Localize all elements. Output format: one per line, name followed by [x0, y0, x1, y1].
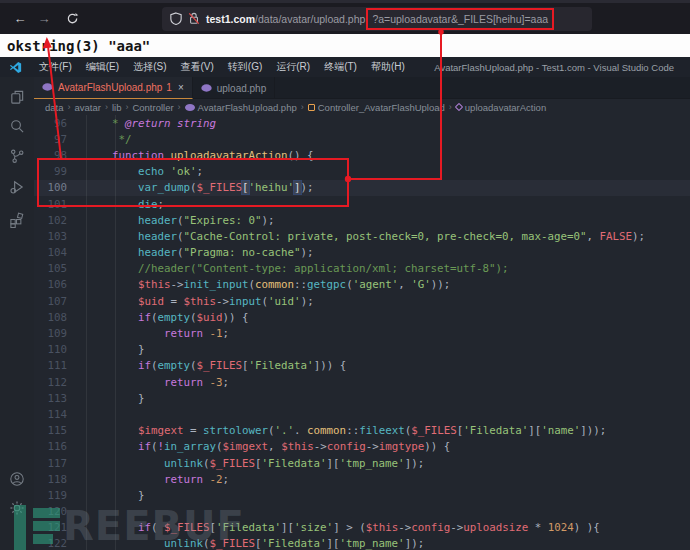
breadcrumb-item[interactable]: Controller_AvatarFlashUpload	[308, 102, 445, 113]
code-line[interactable]: 117 unlink($_FILES['Filedata']['tmp_name…	[34, 455, 690, 471]
activity-bar	[0, 77, 34, 550]
shield-icon[interactable]	[170, 12, 182, 25]
code-line[interactable]: 104 header("Pragma: no-cache");	[34, 245, 690, 261]
line-number: 98	[34, 149, 67, 162]
url-path: /data/avatar/upload.php	[255, 13, 365, 25]
browser-reload-button[interactable]	[60, 12, 84, 25]
line-number: 108	[34, 311, 67, 324]
menu-item[interactable]: 文件(F)	[32, 60, 79, 74]
code-line[interactable]: 118 return -2;	[34, 471, 690, 487]
code-line[interactable]: 98 function uploadavatarAction() {	[34, 147, 690, 163]
code-line[interactable]: 116 if(!in_array($imgext, $this->config-…	[34, 439, 690, 455]
line-number: 115	[34, 424, 67, 437]
menu-item[interactable]: 转到(G)	[221, 60, 269, 74]
code-line[interactable]: 108 if(empty($uid)) {	[34, 309, 690, 325]
code-text: header("Expires: 0");	[86, 214, 275, 227]
breadcrumb-item[interactable]: avatar	[75, 102, 101, 113]
run-debug-icon[interactable]	[8, 178, 26, 196]
code-line[interactable]: 112 return -3;	[34, 374, 690, 390]
code-text: if( $_FILES['Filedata']['size'] > ($this…	[86, 521, 600, 534]
browser-back-button[interactable]: ←	[8, 11, 32, 26]
line-number: 100	[34, 181, 67, 194]
editor-tab-bar: AvatarFlashUpload.php 1 × upload.php	[34, 77, 690, 99]
breadcrumb-label: Controller_AvatarFlashUpload	[318, 102, 445, 113]
code-text: if(!in_array($imgext, $this->config->img…	[86, 440, 450, 453]
breadcrumb-separator: ›	[178, 102, 181, 112]
code-text: $this->init_input(common::getgpc('agent'…	[86, 278, 450, 291]
code-line[interactable]: 102 header("Expires: 0");	[34, 212, 690, 228]
code-line[interactable]: 111 if(empty($_FILES['Filedata'])) {	[34, 358, 690, 374]
breadcrumb-label: lib	[112, 102, 122, 113]
line-number: 106	[34, 278, 67, 291]
tab-close-icon[interactable]: ×	[178, 82, 184, 93]
extensions-icon[interactable]	[8, 211, 26, 229]
menu-item[interactable]: 编辑(E)	[79, 60, 126, 74]
account-icon[interactable]	[8, 470, 26, 488]
code-text: if(empty($uid)) {	[86, 311, 249, 324]
code-line[interactable]: 119 }	[34, 487, 690, 503]
source-control-icon[interactable]	[8, 147, 26, 165]
search-icon[interactable]	[8, 117, 26, 135]
breadcrumb-label: uploadavatarAction	[465, 102, 546, 113]
url-text: test1.com/data/avatar/upload.php?a=uploa…	[206, 13, 554, 25]
code-line[interactable]: 105 //header("Content-type: application/…	[34, 261, 690, 277]
php-output-text: okstring(3) "aaa"	[7, 38, 150, 54]
code-text: * @return string	[86, 117, 216, 130]
code-line[interactable]: 120	[34, 504, 690, 520]
tab-upload-php[interactable]: upload.php	[193, 77, 276, 99]
code-line[interactable]: 96 * @return string	[34, 115, 690, 131]
code-line[interactable]: 97 */	[34, 131, 690, 147]
code-line[interactable]: 106 $this->init_input(common::getgpc('ag…	[34, 277, 690, 293]
code-line[interactable]: 103 header("Cache-Control: private, post…	[34, 228, 690, 244]
browser-forward-button[interactable]: →	[32, 11, 56, 26]
line-number: 120	[34, 505, 67, 518]
breadcrumb-label: AvatarFlashUpload.php	[198, 102, 297, 113]
browser-toolbar: ← → test1.com/data/avatar/upload.ph	[0, 0, 690, 34]
code-editor[interactable]: 96 * @return string97 */98 function uplo…	[34, 115, 690, 550]
menu-item[interactable]: 终端(T)	[317, 60, 364, 74]
breadcrumb-separator: ›	[449, 102, 452, 112]
line-number: 104	[34, 246, 67, 259]
breadcrumb-item[interactable]: lib	[112, 102, 122, 113]
breadcrumb-item[interactable]: Controller	[132, 102, 173, 113]
code-line[interactable]: 107 $uid = $this->input('uid');	[34, 293, 690, 309]
menu-item[interactable]: 帮助(H)	[364, 60, 412, 74]
line-number: 102	[34, 214, 67, 227]
breadcrumb-item[interactable]: data	[45, 102, 64, 113]
insecure-lock-icon[interactable]	[188, 12, 200, 25]
explorer-icon[interactable]	[8, 88, 26, 106]
menu-item[interactable]: 查看(V)	[173, 60, 220, 74]
code-text: */	[86, 133, 132, 146]
breadcrumb-item[interactable]: uploadavatarAction	[456, 102, 546, 113]
code-line[interactable]: 113 }	[34, 390, 690, 406]
code-line[interactable]: 121 if( $_FILES['Filedata']['size'] > ($…	[34, 520, 690, 536]
vscode-logo-icon	[9, 61, 22, 74]
code-area: 96 * @return string97 */98 function uplo…	[34, 115, 690, 550]
code-line[interactable]: 99 echo 'ok';	[34, 164, 690, 180]
code-line[interactable]: 109 return -1;	[34, 325, 690, 341]
line-number: 110	[34, 343, 67, 356]
menu-item[interactable]: 选择(S)	[126, 60, 173, 74]
menu-item[interactable]: 运行(R)	[269, 60, 317, 74]
address-bar[interactable]: test1.com/data/avatar/upload.php?a=uploa…	[162, 7, 592, 31]
php-file-icon	[185, 104, 195, 111]
tab-avatarflashupload-php[interactable]: AvatarFlashUpload.php 1 ×	[34, 77, 193, 99]
code-text: $uid = $this->input('uid');	[86, 295, 314, 308]
code-line[interactable]: 114	[34, 406, 690, 422]
code-line[interactable]: 115 $imgext = strtolower('.'. common::fi…	[34, 423, 690, 439]
line-number: 103	[34, 230, 67, 243]
breadcrumb-item[interactable]: AvatarFlashUpload.php	[185, 102, 297, 113]
code-line[interactable]: 110 }	[34, 342, 690, 358]
method-symbol-icon	[455, 103, 463, 111]
code-line[interactable]: 101 die;	[34, 196, 690, 212]
code-text: }	[86, 343, 145, 356]
code-line[interactable]: 100 var_dump($_FILES['heihu']);	[34, 180, 690, 196]
screenshot-root: ← → test1.com/data/avatar/upload.ph	[0, 0, 690, 550]
tab-problem-badge: 1	[166, 82, 172, 93]
line-number: 116	[34, 440, 67, 453]
settings-gear-icon[interactable]	[8, 499, 26, 517]
tab-label: AvatarFlashUpload.php	[58, 82, 162, 93]
code-text: $imgext = strtolower('.'. common::fileex…	[86, 424, 606, 437]
code-line[interactable]: 122 unlink($_FILES['Filedata']['tmp_name…	[34, 536, 690, 550]
code-text: }	[86, 489, 145, 502]
